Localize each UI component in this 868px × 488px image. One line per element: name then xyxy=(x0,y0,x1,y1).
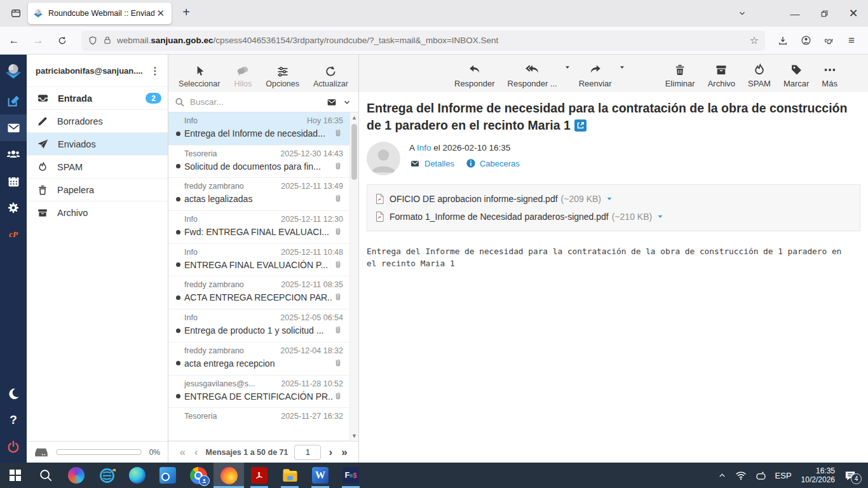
message-row[interactable]: Info2025-12-05 06:54 Entrega de producto… xyxy=(168,309,349,342)
recipient-link[interactable]: Info xyxy=(417,143,431,152)
message-row[interactable]: freddy zambrano2025-12-11 13:49 actas le… xyxy=(168,178,349,211)
window-close-button[interactable]: ✕ xyxy=(839,0,868,27)
refresh-button[interactable]: Actualizar xyxy=(313,65,348,88)
forward-button[interactable]: → xyxy=(28,30,48,51)
new-tab-button[interactable]: + xyxy=(178,5,194,20)
reply-button[interactable]: Responder xyxy=(454,63,495,88)
scroll-up-icon[interactable]: ▲ xyxy=(350,112,358,123)
more-button[interactable]: Más xyxy=(822,63,837,88)
taskbar-file-explorer[interactable] xyxy=(275,463,305,488)
taskbar-edge[interactable] xyxy=(122,463,153,488)
message-row[interactable]: Info2025-12-11 12:30 Fwd: ENTREGA FINAL … xyxy=(168,211,349,244)
bookmark-star-icon[interactable]: ☆ xyxy=(750,34,759,46)
dark-mode-moon-icon[interactable] xyxy=(0,380,27,407)
message-row[interactable]: Tesoreria2025-12-30 14:43 Solicitud de d… xyxy=(168,146,349,179)
compose-icon[interactable] xyxy=(0,88,27,114)
message-row[interactable]: InfoHoy 16:35 Entrega del Informe de nec… xyxy=(168,112,349,146)
meet-now-icon[interactable] xyxy=(751,471,771,480)
window-restore-button[interactable] xyxy=(810,0,839,27)
scroll-down-icon[interactable]: ▼ xyxy=(350,431,358,441)
settings-gear-icon[interactable] xyxy=(0,194,27,221)
account-row[interactable]: patriciabonifas@sanjuan.... ⋮ xyxy=(27,55,168,86)
firefox-view-icon[interactable] xyxy=(6,4,25,23)
taskbar-word[interactable]: W xyxy=(305,463,336,488)
forward-caret-icon[interactable] xyxy=(618,64,626,71)
taskbar-outlook[interactable] xyxy=(153,463,183,488)
attachment-item[interactable]: OFICIO DE aprobacion informe-signed.pdf … xyxy=(375,190,852,208)
select-button[interactable]: Seleccionar xyxy=(179,65,220,88)
last-page-button[interactable]: » xyxy=(340,446,348,459)
clock[interactable]: 16:35 10/2/2026 xyxy=(796,466,840,484)
reload-button[interactable] xyxy=(52,30,72,51)
next-page-button[interactable]: › xyxy=(327,446,334,459)
attachment-menu-caret-icon[interactable] xyxy=(656,214,664,220)
contacts-icon[interactable] xyxy=(0,141,27,168)
message-row[interactable]: freddy zambrano2025-12-04 18:32 acta ent… xyxy=(168,342,349,376)
list-scrollbar[interactable]: ▲ ▼ xyxy=(349,112,358,441)
message-row[interactable]: jesusgavilanes@s...2025-11-28 10:52 ENTR… xyxy=(168,376,349,409)
page-number-input[interactable] xyxy=(294,445,321,460)
prev-page-button[interactable]: ‹ xyxy=(193,446,200,459)
message-row[interactable]: Tesoreria2025-11-27 16:32 xyxy=(168,408,349,441)
search-options-chevron-icon[interactable] xyxy=(342,98,352,107)
folder-trash[interactable]: Papelera xyxy=(27,178,168,201)
folder-sent[interactable]: Enviados xyxy=(27,132,168,155)
spam-button[interactable]: SPAM xyxy=(748,63,771,88)
mark-button[interactable]: Marcar xyxy=(783,63,809,88)
browser-tab[interactable]: Roundcube Webmail :: Enviados ✕ xyxy=(28,3,172,24)
extensions-icon[interactable] xyxy=(818,30,839,51)
taskbar-firefox[interactable] xyxy=(214,463,244,488)
taskbar-search[interactable] xyxy=(31,463,61,488)
taskbar-fes-app[interactable]: F≡$ xyxy=(336,463,366,488)
lock-icon[interactable] xyxy=(103,36,112,45)
folder-archive[interactable]: Archivo xyxy=(27,201,168,224)
attachment-item[interactable]: Formato 1_Informe de Necesidad paraderos… xyxy=(375,208,852,226)
downloads-icon[interactable] xyxy=(773,30,793,51)
open-in-new-window-icon[interactable] xyxy=(574,119,587,132)
forward-button[interactable]: Reenviar xyxy=(579,63,612,88)
attachment-menu-caret-icon[interactable] xyxy=(606,196,613,202)
tray-chevron-up-icon[interactable] xyxy=(714,471,731,480)
taskbar-acrobat[interactable] xyxy=(244,463,275,488)
help-icon[interactable]: ? xyxy=(0,407,27,433)
search-scope-mail-icon[interactable] xyxy=(325,97,338,107)
taskbar-copilot[interactable] xyxy=(61,463,92,488)
folder-drafts[interactable]: Borradores xyxy=(27,109,168,132)
search-icon xyxy=(39,468,53,482)
options-button[interactable]: Opciones xyxy=(266,65,299,88)
notification-center[interactable]: 4 xyxy=(840,470,863,482)
message-row[interactable]: Info2025-12-11 10:48 ENTREGA FINAL EVALU… xyxy=(168,244,349,277)
start-button[interactable] xyxy=(0,463,31,488)
delete-button[interactable]: Eliminar xyxy=(665,63,695,88)
scrollbar-thumb[interactable] xyxy=(351,124,357,180)
reply-all-button[interactable]: Responder ... xyxy=(508,63,557,88)
folder-spam[interactable]: SPAM xyxy=(27,155,168,178)
calendar-icon[interactable] xyxy=(0,168,27,194)
account-menu-kebab-icon[interactable]: ⋮ xyxy=(147,65,163,77)
message-row[interactable]: freddy zambrano2025-12-11 08:35 ACTA ENT… xyxy=(168,276,349,309)
cpanel-icon[interactable]: cP xyxy=(0,221,27,248)
mail-nav-icon[interactable] xyxy=(0,114,27,141)
logout-power-icon[interactable] xyxy=(0,433,27,460)
account-icon[interactable] xyxy=(796,30,816,51)
tracking-shield-icon[interactable] xyxy=(88,36,98,46)
taskbar-chrome[interactable] xyxy=(183,463,214,488)
search-input[interactable] xyxy=(190,97,325,107)
tab-close-icon[interactable]: ✕ xyxy=(154,8,166,19)
from-line: A Info el 2026-02-10 16:35 xyxy=(409,143,520,152)
wifi-icon[interactable] xyxy=(731,471,751,480)
language-indicator[interactable]: ESP xyxy=(771,471,796,480)
archive-button[interactable]: Archivo xyxy=(708,63,735,88)
threads-button[interactable]: Hilos xyxy=(234,65,252,88)
headers-toggle[interactable]: Cabeceras xyxy=(466,158,520,168)
first-page-button[interactable]: « xyxy=(178,446,186,459)
folder-inbox[interactable]: Entrada 2 xyxy=(27,86,168,109)
reply-all-caret-icon[interactable] xyxy=(564,64,571,71)
back-button[interactable]: ← xyxy=(4,30,24,51)
details-toggle[interactable]: Detalles xyxy=(409,159,454,168)
taskbar-internet-explorer[interactable] xyxy=(92,463,122,488)
window-minimize-button[interactable]: — xyxy=(780,0,810,27)
url-bar[interactable]: webmail.sanjuan.gob.ec/cpsess4046536154/… xyxy=(81,30,765,51)
tab-list-chevron-icon[interactable] xyxy=(729,0,755,27)
menu-hamburger-icon[interactable]: ≡ xyxy=(841,30,862,51)
